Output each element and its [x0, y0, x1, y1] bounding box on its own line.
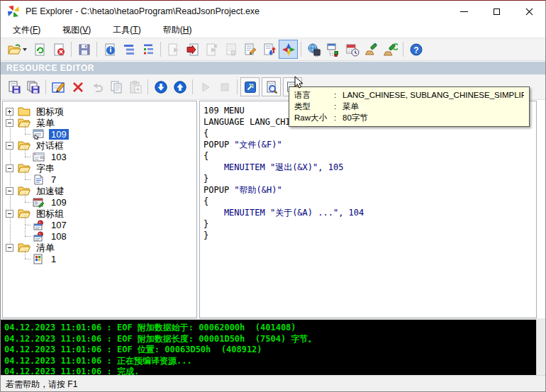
close-file-button[interactable]	[49, 40, 68, 59]
save-file-icon	[77, 43, 91, 57]
collapse-minus-icon[interactable]	[6, 187, 13, 195]
tree-item-accelerators[interactable]: 加速键	[3, 185, 196, 196]
code-line: }	[204, 230, 536, 241]
disassembler-button[interactable]	[304, 40, 323, 59]
cleaner-rescan-icon	[384, 43, 398, 57]
paste-button[interactable]	[126, 77, 145, 96]
accelerator-resource-icon	[33, 196, 46, 208]
stop-button[interactable]	[215, 77, 234, 96]
headers-list-button[interactable]	[119, 40, 138, 59]
file-info-icon	[103, 43, 117, 57]
help-button[interactable]: ?	[406, 40, 425, 59]
delete-resource-button[interactable]	[68, 77, 87, 96]
export-section-icon	[205, 43, 219, 57]
expand-plus-icon[interactable]	[6, 108, 13, 116]
tree-item-menus[interactable]: 菜单	[3, 117, 196, 128]
save-file-button[interactable]	[74, 40, 94, 59]
tree-item-accelerator-109[interactable]: 109	[3, 196, 196, 208]
cleaner-rescan-button[interactable]	[381, 40, 400, 59]
code-line: MENUITEM "关于(&A) ...", 104	[204, 207, 536, 218]
tree-item-menu-109[interactable]: 109	[3, 128, 196, 140]
edit-resource-button[interactable]	[49, 77, 68, 96]
save-all-resources-button[interactable]	[23, 77, 43, 96]
tree-item-strings[interactable]: 字串	[3, 162, 196, 174]
play-button[interactable]	[196, 77, 215, 96]
code-line: {	[204, 196, 536, 207]
update-headers-button[interactable]	[260, 40, 279, 59]
tree-item-icon-group-108[interactable]: 108	[3, 230, 196, 242]
move-up-button[interactable]	[170, 77, 189, 96]
toolbar-separator	[160, 42, 161, 57]
toolbar-separator	[403, 42, 403, 57]
tree-item-dialog-103[interactable]: 103	[3, 151, 196, 162]
code-line: }	[204, 173, 536, 184]
resource-tree-panel[interactable]: 图标项 菜单 109	[2, 101, 197, 318]
status-bar: 若需帮助，请按 F1	[1, 375, 545, 392]
app-icon	[7, 5, 20, 18]
manifest-resource-icon	[33, 253, 46, 264]
code-line: {	[204, 128, 536, 139]
minimize-button[interactable]	[447, 1, 480, 22]
collapse-minus-icon[interactable]	[6, 119, 13, 127]
tree-item-manifest[interactable]: 清单	[3, 242, 196, 253]
window-title: PE Explorer - C:\hetao\hetaoProgram\Read…	[26, 6, 260, 16]
resource-list-button[interactable]	[138, 40, 157, 59]
tooltip-row-type: 类型:菜单	[294, 101, 524, 112]
svg-text:?: ?	[413, 45, 418, 55]
maximize-button[interactable]	[480, 1, 513, 22]
code-line: }	[204, 218, 536, 230]
file-info-button[interactable]	[100, 40, 119, 59]
collapse-minus-icon[interactable]	[6, 210, 13, 218]
move-down-button[interactable]	[151, 77, 170, 96]
save-all-resources-icon	[26, 80, 40, 94]
tree-joint	[21, 128, 31, 140]
export-section-button[interactable]	[202, 40, 221, 59]
console-scrollbar[interactable]	[536, 320, 545, 375]
menu-file[interactable]: 文件(F)	[6, 23, 47, 38]
tree-item-icon-entries[interactable]: 图标项	[3, 106, 196, 117]
import-data-button[interactable]	[183, 40, 202, 59]
collapse-minus-icon[interactable]	[6, 244, 13, 252]
menu-tools[interactable]: 工具(T)	[106, 23, 147, 38]
resource-editor-header: RESOURCE EDITOR	[1, 62, 545, 74]
minimize-icon	[460, 11, 468, 12]
tree-joint	[21, 174, 31, 185]
tree-joint	[21, 230, 31, 242]
tree-item-dialogs[interactable]: 对话框	[3, 140, 196, 151]
resource-source-panel[interactable]: 109 MENU LANGUAGE LANG_CHINESE, SUBLANG_…	[199, 101, 537, 318]
log-line: 04.12.2023 11:01:06 : 完成.	[4, 366, 537, 375]
edit-document-button[interactable]	[240, 40, 260, 59]
menu-view[interactable]: 视图(V)	[56, 23, 97, 38]
certificate-button[interactable]	[221, 40, 240, 59]
resource-info-tooltip: 语言:LANG_CHINESE, SUBLANG_CHINESE_SIMPLIF…	[289, 86, 530, 127]
date-time-stamp-button[interactable]	[342, 40, 362, 59]
save-resource-button[interactable]	[4, 77, 23, 96]
string-resource-icon	[33, 174, 46, 185]
tooltip-row-rawsize: Raw大小:80字节	[294, 112, 524, 123]
certificate-icon	[224, 43, 238, 57]
menu-help[interactable]: 帮助(H)	[157, 23, 199, 38]
log-console[interactable]: 04.12.2023 11:01:06 : EOF 附加数据始于: 000620…	[1, 320, 537, 375]
collapse-minus-icon[interactable]	[6, 142, 13, 150]
toolbar-separator	[147, 79, 148, 94]
reload-file-button[interactable]	[30, 40, 49, 59]
dependency-scanner-button[interactable]	[323, 40, 342, 59]
search-resource-button[interactable]	[262, 77, 281, 96]
close-button[interactable]	[513, 1, 545, 22]
resource-viewer-button[interactable]	[279, 40, 298, 59]
collapse-minus-icon[interactable]	[6, 164, 13, 172]
export-data-button[interactable]	[164, 40, 183, 59]
copy-button[interactable]	[106, 77, 126, 96]
expand-view-button[interactable]	[240, 77, 260, 96]
undo-button[interactable]	[87, 77, 106, 96]
tree-item-icon-group-107[interactable]: 107	[3, 219, 196, 230]
tree-item-manifest-1[interactable]: 1	[3, 253, 196, 264]
tree-item-icon-groups[interactable]: 图标组	[3, 208, 196, 219]
import-data-icon	[186, 43, 200, 57]
open-file-button[interactable]	[4, 40, 30, 59]
resource-editor-title: RESOURCE EDITOR	[6, 63, 94, 73]
paste-icon	[128, 80, 143, 94]
tree-item-string-7[interactable]: 7	[3, 174, 196, 185]
cleaner-button[interactable]	[362, 40, 381, 59]
toolbar-separator	[96, 42, 97, 57]
